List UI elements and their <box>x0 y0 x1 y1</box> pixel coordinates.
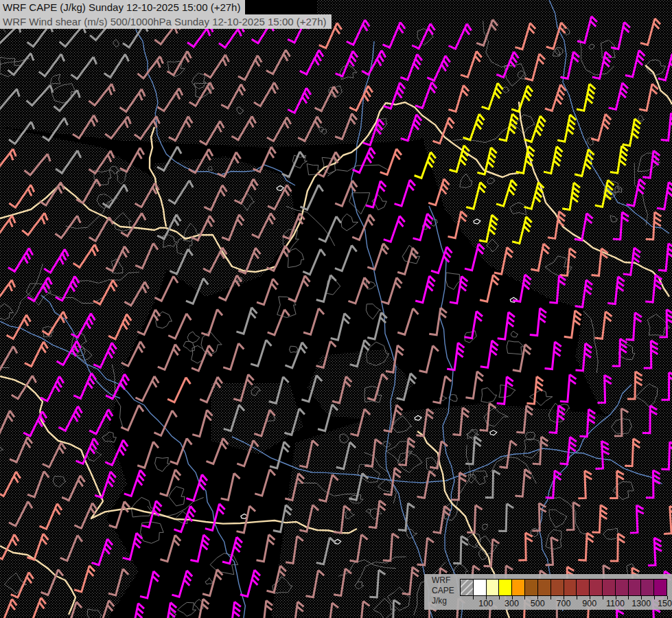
legend-swatch <box>654 580 667 595</box>
cape-color-legend: WRF CAPE J/kg 10030050070090011001300150… <box>424 574 672 610</box>
title-wind-shear: WRF Wind shear (m/s) 500/1000hPa Sunday … <box>0 14 332 29</box>
legend-swatch <box>474 580 487 595</box>
legend-swatch <box>564 580 577 595</box>
legend-swatch <box>538 580 551 595</box>
legend-swatch <box>525 580 538 595</box>
legend-label-line: J/kg <box>432 596 454 606</box>
legend-swatch <box>499 580 512 595</box>
legend-swatch <box>461 580 474 595</box>
legend-tick-label: 1500 <box>652 599 672 608</box>
legend-swatch <box>590 580 603 595</box>
legend-swatch <box>577 580 590 595</box>
wrf-model-map-viewport: WRF CAPE (J/kg) Sunday 12-10-2025 15:00 … <box>0 0 672 618</box>
map-title-bar: WRF CAPE (J/kg) Sunday 12-10-2025 15:00 … <box>0 0 332 29</box>
legend-swatch <box>603 580 616 595</box>
title-cape: WRF CAPE (J/kg) Sunday 12-10-2025 15:00 … <box>0 0 245 14</box>
legend-swatch <box>551 580 564 595</box>
legend-swatch-strip <box>460 579 667 596</box>
legend-swatch <box>512 580 525 595</box>
weather-map <box>0 0 672 618</box>
legend-label-line: WRF <box>432 575 454 586</box>
legend-swatch <box>616 580 629 595</box>
legend-swatch <box>641 580 654 595</box>
legend-label: WRF CAPE J/kg <box>432 575 454 606</box>
legend-swatch <box>629 580 642 595</box>
legend-swatch <box>487 580 500 595</box>
legend-label-line: CAPE <box>432 586 454 596</box>
